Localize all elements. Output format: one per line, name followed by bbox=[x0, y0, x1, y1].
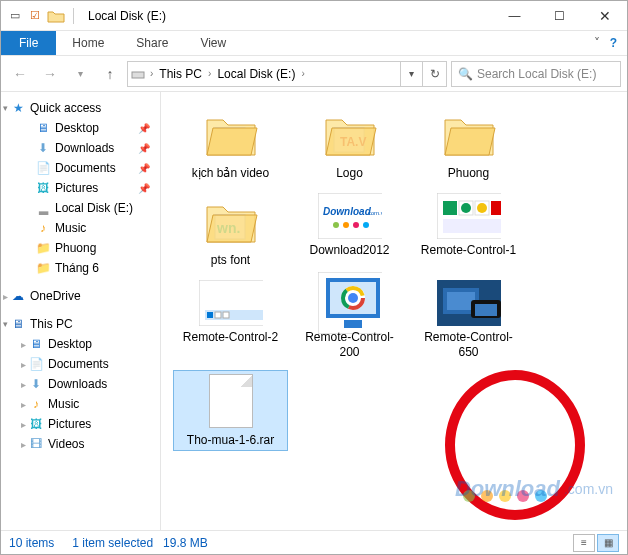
svg-point-15 bbox=[363, 222, 369, 228]
sidebar-onedrive[interactable]: ▸ ☁ OneDrive bbox=[1, 286, 160, 306]
music-icon: ♪ bbox=[28, 397, 44, 411]
folder-item[interactable]: TA.V Logo bbox=[292, 104, 407, 181]
sidebar-pc-videos[interactable]: ▸🎞Videos bbox=[1, 434, 160, 454]
tab-home[interactable]: Home bbox=[56, 31, 120, 55]
thumbnails-view-button[interactable]: ▦ bbox=[597, 534, 619, 552]
svg-rect-28 bbox=[223, 312, 229, 318]
folder-item[interactable]: kịch bản video bbox=[173, 104, 288, 181]
chevron-right-icon: › bbox=[148, 68, 155, 79]
image-thumbnail bbox=[437, 191, 501, 241]
breadcrumb-root[interactable]: This PC bbox=[155, 67, 206, 81]
folder-item[interactable]: wn. pts font bbox=[173, 191, 288, 268]
tab-view[interactable]: View bbox=[184, 31, 242, 55]
drive-icon: ▂ bbox=[35, 201, 51, 215]
pictures-icon: 🖼 bbox=[35, 181, 51, 195]
window-controls: — ☐ ✕ bbox=[492, 1, 627, 30]
sidebar-pc-desktop[interactable]: ▸🖥Desktop bbox=[1, 334, 160, 354]
breadcrumb[interactable]: › This PC › Local Disk (E:) › ▾ ↻ bbox=[127, 61, 447, 87]
sidebar-quick-access[interactable]: ▾ ★ Quick access bbox=[1, 98, 160, 118]
sidebar-item-pictures[interactable]: 🖼Pictures📌 bbox=[1, 178, 160, 198]
up-button[interactable]: ↑ bbox=[97, 61, 123, 87]
svg-point-36 bbox=[348, 293, 358, 303]
sidebar-item-local-disk-e[interactable]: ▂Local Disk (E:) bbox=[1, 198, 160, 218]
svg-text:Download: Download bbox=[323, 206, 372, 217]
address-bar-row: ← → ▾ ↑ › This PC › Local Disk (E:) › ▾ … bbox=[1, 56, 627, 92]
sidebar-item-documents[interactable]: 📄Documents📌 bbox=[1, 158, 160, 178]
image-thumbnail: Download.com.vn bbox=[318, 191, 382, 241]
caret-right-icon: ▸ bbox=[21, 399, 26, 410]
sidebar-pc-music[interactable]: ▸♪Music bbox=[1, 394, 160, 414]
caret-right-icon: ▸ bbox=[21, 419, 26, 430]
quick-access-toolbar: ▭ ☑ Local Disk (E:) bbox=[1, 8, 166, 24]
folder-icon: 📁 bbox=[35, 241, 51, 255]
recent-dropdown[interactable]: ▾ bbox=[67, 61, 93, 87]
star-icon: ★ bbox=[10, 101, 26, 115]
details-view-button[interactable]: ≡ bbox=[573, 534, 595, 552]
folder-icon: 📁 bbox=[35, 261, 51, 275]
svg-rect-22 bbox=[491, 201, 501, 215]
breadcrumb-dropdown-icon[interactable]: ▾ bbox=[400, 62, 422, 86]
document-icon: 📄 bbox=[35, 161, 51, 175]
folder-icon bbox=[47, 8, 65, 24]
download-icon: ⬇ bbox=[28, 377, 44, 391]
back-button[interactable]: ← bbox=[7, 61, 33, 87]
file-item[interactable]: Download.com.vn Download2012 bbox=[292, 191, 407, 268]
sidebar-pc-pictures[interactable]: ▸🖼Pictures bbox=[1, 414, 160, 434]
pin-icon: 📌 bbox=[138, 183, 150, 194]
file-item-selected[interactable]: Tho-mua-1-6.rar bbox=[173, 370, 288, 451]
sidebar-item-downloads[interactable]: ⬇Downloads📌 bbox=[1, 138, 160, 158]
tab-file[interactable]: File bbox=[1, 31, 56, 55]
caret-right-icon: ▸ bbox=[21, 379, 26, 390]
file-item[interactable]: Remote-Control-200 bbox=[292, 278, 407, 360]
sidebar-item-desktop[interactable]: 🖥Desktop📌 bbox=[1, 118, 160, 138]
main-area: ▾ ★ Quick access 🖥Desktop📌 ⬇Downloads📌 📄… bbox=[1, 92, 627, 530]
sidebar-this-pc[interactable]: ▾ 🖥 This PC bbox=[1, 314, 160, 334]
sidebar-item-phuong[interactable]: 📁Phuong bbox=[1, 238, 160, 258]
help-icon[interactable]: ? bbox=[610, 36, 617, 50]
check-icon[interactable]: ☑ bbox=[27, 8, 43, 24]
sidebar-item-music[interactable]: ♪Music bbox=[1, 218, 160, 238]
download-icon: ⬇ bbox=[35, 141, 51, 155]
svg-rect-0 bbox=[132, 72, 144, 78]
sidebar-pc-documents[interactable]: ▸📄Documents bbox=[1, 354, 160, 374]
drive-icon bbox=[128, 68, 148, 80]
sidebar-pc-downloads[interactable]: ▸⬇Downloads bbox=[1, 374, 160, 394]
minimize-button[interactable]: — bbox=[492, 1, 537, 30]
maximize-button[interactable]: ☐ bbox=[537, 1, 582, 30]
navigation-pane: ▾ ★ Quick access 🖥Desktop📌 ⬇Downloads📌 📄… bbox=[1, 92, 161, 530]
items-view[interactable]: kịch bản video TA.V Logo Phuong wn bbox=[161, 92, 627, 530]
titlebar: ▭ ☑ Local Disk (E:) — ☐ ✕ bbox=[1, 1, 627, 31]
svg-rect-23 bbox=[443, 219, 501, 233]
folder-icon bbox=[437, 104, 501, 164]
expand-ribbon-icon[interactable]: ˅ bbox=[594, 36, 600, 50]
document-icon: 📄 bbox=[28, 357, 44, 371]
image-thumbnail bbox=[437, 278, 501, 328]
forward-button[interactable]: → bbox=[37, 61, 63, 87]
file-item[interactable]: Remote-Control-1 bbox=[411, 191, 526, 268]
svg-point-19 bbox=[461, 203, 471, 213]
image-thumbnail bbox=[318, 278, 382, 328]
sidebar-item-thang6[interactable]: 📁Tháng 6 bbox=[1, 258, 160, 278]
svg-point-12 bbox=[333, 222, 339, 228]
breadcrumb-current[interactable]: Local Disk (E:) bbox=[213, 67, 299, 81]
folder-icon: wn. bbox=[199, 191, 263, 251]
refresh-button[interactable]: ↻ bbox=[422, 62, 446, 86]
tab-share[interactable]: Share bbox=[120, 31, 184, 55]
svg-point-13 bbox=[343, 222, 349, 228]
search-input[interactable]: 🔍 Search Local Disk (E:) bbox=[451, 61, 621, 87]
search-icon: 🔍 bbox=[458, 67, 473, 81]
svg-rect-27 bbox=[215, 312, 221, 318]
folder-item[interactable]: Phuong bbox=[411, 104, 526, 181]
desktop-icon: 🖥 bbox=[28, 337, 44, 351]
file-item[interactable]: Remote-Control-650 bbox=[411, 278, 526, 360]
caret-right-icon: ▸ bbox=[3, 291, 8, 302]
close-button[interactable]: ✕ bbox=[582, 1, 627, 30]
file-item[interactable]: Remote-Control-2 bbox=[173, 278, 288, 360]
status-item-count: 10 items bbox=[9, 536, 54, 550]
chevron-right-icon: › bbox=[299, 68, 306, 79]
properties-icon[interactable]: ▭ bbox=[7, 8, 23, 24]
status-selection: 1 item selected 19.8 MB bbox=[72, 536, 207, 550]
explorer-window: ▭ ☑ Local Disk (E:) — ☐ ✕ File Home Shar… bbox=[0, 0, 628, 555]
status-bar: 10 items 1 item selected 19.8 MB ≡ ▦ bbox=[1, 530, 627, 554]
svg-rect-42 bbox=[475, 304, 497, 316]
